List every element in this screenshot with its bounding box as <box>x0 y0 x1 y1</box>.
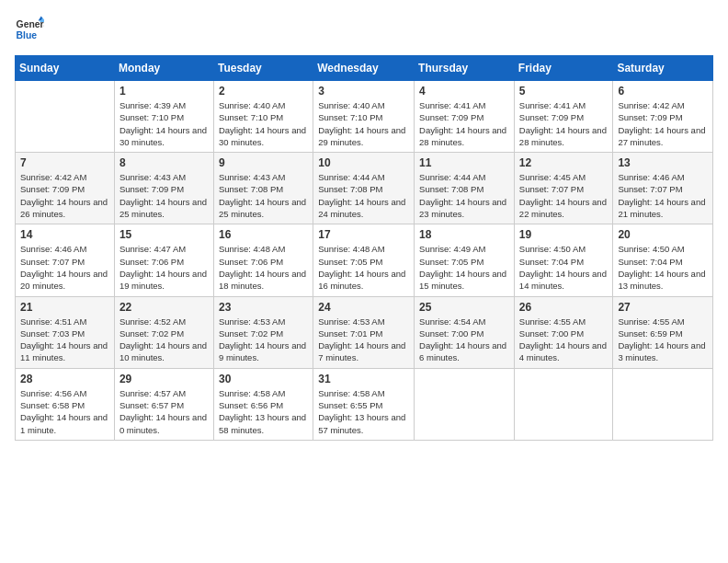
svg-text:General: General <box>17 19 44 29</box>
day-number: 22 <box>119 301 209 314</box>
day-number: 27 <box>618 301 708 314</box>
logo-icon: General Blue <box>15 15 44 44</box>
day-number: 23 <box>219 301 308 314</box>
week-row-1: 1Sunrise: 4:39 AMSunset: 7:10 PMDaylight… <box>16 81 713 153</box>
day-info: Sunrise: 4:52 AMSunset: 7:02 PMDaylight:… <box>119 316 209 364</box>
calendar-cell: 31Sunrise: 4:58 AMSunset: 6:55 PMDayligh… <box>313 368 415 440</box>
day-number: 14 <box>20 228 109 241</box>
calendar-cell <box>16 81 115 153</box>
day-info: Sunrise: 4:49 AMSunset: 7:05 PMDaylight:… <box>419 243 509 292</box>
day-number: 9 <box>219 156 308 169</box>
svg-text:Blue: Blue <box>17 30 38 40</box>
day-number: 20 <box>618 228 708 241</box>
calendar-cell: 22Sunrise: 4:52 AMSunset: 7:02 PMDayligh… <box>114 296 213 368</box>
column-header-sunday: Sunday <box>16 56 115 81</box>
day-info: Sunrise: 4:40 AMSunset: 7:10 PMDaylight:… <box>318 99 409 148</box>
calendar-cell: 30Sunrise: 4:58 AMSunset: 6:56 PMDayligh… <box>213 368 313 440</box>
day-info: Sunrise: 4:53 AMSunset: 7:02 PMDaylight:… <box>219 316 308 364</box>
week-row-4: 21Sunrise: 4:51 AMSunset: 7:03 PMDayligh… <box>16 296 713 368</box>
column-header-wednesday: Wednesday <box>313 56 415 81</box>
calendar-cell: 3Sunrise: 4:40 AMSunset: 7:10 PMDaylight… <box>313 81 415 153</box>
calendar-cell: 12Sunrise: 4:45 AMSunset: 7:07 PMDayligh… <box>514 153 613 224</box>
day-info: Sunrise: 4:48 AMSunset: 7:06 PMDaylight:… <box>219 243 308 292</box>
day-info: Sunrise: 4:53 AMSunset: 7:01 PMDaylight:… <box>318 316 409 364</box>
calendar-cell <box>514 368 613 440</box>
calendar-cell: 16Sunrise: 4:48 AMSunset: 7:06 PMDayligh… <box>213 224 313 296</box>
calendar-cell: 25Sunrise: 4:54 AMSunset: 7:00 PMDayligh… <box>415 296 515 368</box>
calendar-cell: 5Sunrise: 4:41 AMSunset: 7:09 PMDaylight… <box>514 81 613 153</box>
day-number: 16 <box>219 228 308 241</box>
day-info: Sunrise: 4:42 AMSunset: 7:09 PMDaylight:… <box>618 99 708 148</box>
day-info: Sunrise: 4:41 AMSunset: 7:09 PMDaylight:… <box>519 99 609 148</box>
calendar-cell: 6Sunrise: 4:42 AMSunset: 7:09 PMDaylight… <box>613 81 713 153</box>
day-info: Sunrise: 4:54 AMSunset: 7:00 PMDaylight:… <box>419 316 509 364</box>
day-info: Sunrise: 4:57 AMSunset: 6:57 PMDaylight:… <box>119 387 209 436</box>
calendar-cell: 1Sunrise: 4:39 AMSunset: 7:10 PMDaylight… <box>114 81 213 153</box>
day-number: 26 <box>519 301 609 314</box>
day-number: 25 <box>419 301 509 314</box>
page-header: General Blue <box>15 15 713 44</box>
header-row: SundayMondayTuesdayWednesdayThursdayFrid… <box>16 56 713 81</box>
calendar-cell <box>415 368 515 440</box>
day-number: 30 <box>219 373 308 385</box>
day-info: Sunrise: 4:48 AMSunset: 7:05 PMDaylight:… <box>318 243 409 292</box>
week-row-3: 14Sunrise: 4:46 AMSunset: 7:07 PMDayligh… <box>16 224 713 296</box>
calendar-cell: 19Sunrise: 4:50 AMSunset: 7:04 PMDayligh… <box>514 224 613 296</box>
calendar-cell: 2Sunrise: 4:40 AMSunset: 7:10 PMDaylight… <box>213 81 313 153</box>
day-info: Sunrise: 4:55 AMSunset: 6:59 PMDaylight:… <box>618 316 708 364</box>
day-info: Sunrise: 4:43 AMSunset: 7:08 PMDaylight:… <box>219 171 308 220</box>
calendar-cell: 7Sunrise: 4:42 AMSunset: 7:09 PMDaylight… <box>16 153 115 224</box>
day-number: 15 <box>119 228 209 241</box>
calendar-cell <box>613 368 713 440</box>
day-number: 10 <box>318 156 409 169</box>
calendar-cell: 8Sunrise: 4:43 AMSunset: 7:09 PMDaylight… <box>114 153 213 224</box>
calendar-cell: 21Sunrise: 4:51 AMSunset: 7:03 PMDayligh… <box>16 296 115 368</box>
calendar-cell: 18Sunrise: 4:49 AMSunset: 7:05 PMDayligh… <box>415 224 515 296</box>
day-info: Sunrise: 4:50 AMSunset: 7:04 PMDaylight:… <box>519 243 609 292</box>
calendar-cell: 27Sunrise: 4:55 AMSunset: 6:59 PMDayligh… <box>613 296 713 368</box>
column-header-tuesday: Tuesday <box>213 56 313 81</box>
day-number: 21 <box>20 301 109 314</box>
calendar-cell: 13Sunrise: 4:46 AMSunset: 7:07 PMDayligh… <box>613 153 713 224</box>
day-info: Sunrise: 4:58 AMSunset: 6:56 PMDaylight:… <box>219 387 308 436</box>
calendar-cell: 10Sunrise: 4:44 AMSunset: 7:08 PMDayligh… <box>313 153 415 224</box>
day-number: 7 <box>20 156 109 169</box>
column-header-monday: Monday <box>114 56 213 81</box>
day-number: 6 <box>618 85 708 98</box>
day-info: Sunrise: 4:46 AMSunset: 7:07 PMDaylight:… <box>618 171 708 220</box>
day-number: 12 <box>519 156 609 169</box>
day-info: Sunrise: 4:56 AMSunset: 6:58 PMDaylight:… <box>20 387 109 436</box>
day-info: Sunrise: 4:50 AMSunset: 7:04 PMDaylight:… <box>618 243 708 292</box>
day-number: 31 <box>318 373 409 385</box>
day-info: Sunrise: 4:46 AMSunset: 7:07 PMDaylight:… <box>20 243 109 292</box>
calendar-cell: 29Sunrise: 4:57 AMSunset: 6:57 PMDayligh… <box>114 368 213 440</box>
day-info: Sunrise: 4:44 AMSunset: 7:08 PMDaylight:… <box>318 171 409 220</box>
calendar-cell: 26Sunrise: 4:55 AMSunset: 7:00 PMDayligh… <box>514 296 613 368</box>
day-number: 17 <box>318 228 409 241</box>
day-number: 5 <box>519 85 609 98</box>
day-info: Sunrise: 4:40 AMSunset: 7:10 PMDaylight:… <box>219 99 308 148</box>
calendar-cell: 24Sunrise: 4:53 AMSunset: 7:01 PMDayligh… <box>313 296 415 368</box>
calendar-table: SundayMondayTuesdayWednesdayThursdayFrid… <box>15 55 713 441</box>
day-number: 24 <box>318 301 409 314</box>
calendar-cell: 4Sunrise: 4:41 AMSunset: 7:09 PMDaylight… <box>415 81 515 153</box>
day-info: Sunrise: 4:41 AMSunset: 7:09 PMDaylight:… <box>419 99 509 148</box>
day-info: Sunrise: 4:39 AMSunset: 7:10 PMDaylight:… <box>119 99 209 148</box>
column-header-thursday: Thursday <box>415 56 515 81</box>
day-number: 8 <box>119 156 209 169</box>
day-info: Sunrise: 4:55 AMSunset: 7:00 PMDaylight:… <box>519 316 609 364</box>
week-row-2: 7Sunrise: 4:42 AMSunset: 7:09 PMDaylight… <box>16 153 713 224</box>
day-number: 19 <box>519 228 609 241</box>
day-info: Sunrise: 4:43 AMSunset: 7:09 PMDaylight:… <box>119 171 209 220</box>
day-info: Sunrise: 4:44 AMSunset: 7:08 PMDaylight:… <box>419 171 509 220</box>
day-number: 4 <box>419 85 509 98</box>
calendar-cell: 17Sunrise: 4:48 AMSunset: 7:05 PMDayligh… <box>313 224 415 296</box>
day-info: Sunrise: 4:45 AMSunset: 7:07 PMDaylight:… <box>519 171 609 220</box>
calendar-cell: 20Sunrise: 4:50 AMSunset: 7:04 PMDayligh… <box>613 224 713 296</box>
day-info: Sunrise: 4:47 AMSunset: 7:06 PMDaylight:… <box>119 243 209 292</box>
calendar-cell: 11Sunrise: 4:44 AMSunset: 7:08 PMDayligh… <box>415 153 515 224</box>
day-number: 1 <box>119 85 209 98</box>
calendar-cell: 28Sunrise: 4:56 AMSunset: 6:58 PMDayligh… <box>16 368 115 440</box>
day-number: 11 <box>419 156 509 169</box>
column-header-friday: Friday <box>514 56 613 81</box>
